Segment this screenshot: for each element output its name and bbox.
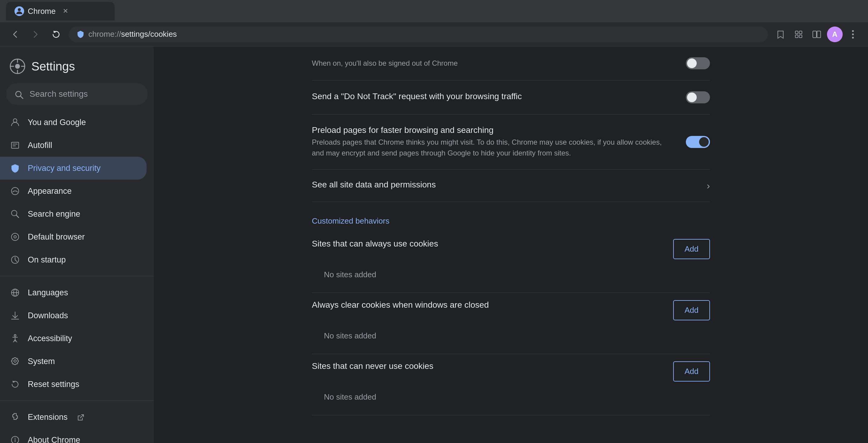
- svg-line-25: [16, 215, 19, 217]
- settings-search-bar[interactable]: [6, 83, 148, 105]
- back-button[interactable]: [7, 27, 23, 42]
- setting-row-content-signed-out: When on, you'll also be signed out of Ch…: [312, 58, 686, 69]
- signed-out-toggle[interactable]: [686, 57, 710, 69]
- search-input[interactable]: [30, 89, 140, 99]
- settings-logo-icon: [10, 59, 25, 74]
- always-use-cookies-add-button[interactable]: Add: [673, 239, 710, 259]
- dnt-label: Send a "Do Not Track" request with your …: [312, 92, 674, 101]
- svg-point-27: [14, 236, 16, 238]
- sidebar-header: Settings: [0, 53, 154, 83]
- reset-icon: [10, 379, 21, 389]
- dnt-toggle[interactable]: [686, 91, 710, 103]
- svg-line-18: [21, 96, 23, 99]
- sidebar-item-accessibility[interactable]: Accessibility: [0, 327, 147, 350]
- about-icon: [10, 435, 21, 443]
- never-use-cookies-add-button[interactable]: Add: [673, 361, 710, 381]
- svg-rect-5: [799, 35, 802, 38]
- security-icon: [76, 30, 85, 39]
- always-use-cookies-section: Sites that can always use cookies Add No…: [312, 232, 710, 293]
- sidebar-item-reset-settings[interactable]: Reset settings: [0, 373, 147, 396]
- never-use-cookies-section: Sites that can never use cookies Add No …: [312, 354, 710, 415]
- always-clear-cookies-list: No sites added: [312, 325, 710, 347]
- preload-toggle[interactable]: [686, 136, 710, 148]
- active-tab[interactable]: Chrome ✕: [6, 2, 115, 21]
- address-path: settings/cookies: [121, 30, 177, 39]
- never-use-cookies-list: No sites added: [312, 386, 710, 408]
- forward-button[interactable]: [28, 27, 43, 42]
- system-icon: [10, 356, 21, 366]
- bookmark-button[interactable]: [773, 27, 788, 42]
- external-link-icon: [77, 413, 85, 421]
- profile-button[interactable]: A: [827, 27, 843, 42]
- address-protocol: chrome://: [88, 30, 121, 39]
- always-clear-cookies-no-sites: No sites added: [312, 325, 710, 347]
- sidebar-item-privacy-and-security[interactable]: Privacy and security: [0, 157, 147, 180]
- sidebar-item-downloads[interactable]: Downloads: [0, 304, 147, 327]
- sidebar-label-privacy-and-security: Privacy and security: [28, 164, 101, 173]
- search-engine-icon: [10, 209, 21, 219]
- autofill-icon: [10, 140, 21, 150]
- settings-section: When on, you'll also be signed out of Ch…: [294, 46, 728, 415]
- always-clear-cookies-label: Always clear cookies when windows are cl…: [312, 300, 489, 310]
- svg-point-39: [15, 438, 16, 439]
- always-use-cookies-list: No sites added: [312, 264, 710, 285]
- sidebar-label-accessibility: Accessibility: [28, 334, 72, 343]
- tab-favicon: [14, 6, 24, 16]
- never-use-cookies-header-row: Sites that can never use cookies Add: [312, 361, 710, 381]
- svg-point-26: [11, 233, 19, 240]
- split-button[interactable]: [809, 27, 825, 42]
- never-use-cookies-no-sites: No sites added: [312, 386, 710, 408]
- sidebar-label-system: System: [28, 357, 55, 366]
- always-clear-cookies-add-button[interactable]: Add: [673, 300, 710, 320]
- sidebar-item-you-and-google[interactable]: You and Google: [0, 111, 147, 134]
- profile-initial: A: [832, 30, 837, 39]
- sidebar-item-system[interactable]: System: [0, 350, 147, 373]
- person-icon: [10, 117, 21, 127]
- setting-row-preload: Preload pages for faster browsing and se…: [312, 114, 710, 170]
- address-bar[interactable]: chrome://settings/cookies: [69, 27, 768, 42]
- svg-point-35: [14, 335, 16, 336]
- reload-button[interactable]: [48, 27, 64, 42]
- sidebar-label-downloads: Downloads: [28, 311, 68, 320]
- sidebar-label-autofill: Autofill: [28, 141, 52, 150]
- always-clear-cookies-header-row: Always clear cookies when windows are cl…: [312, 300, 710, 320]
- content-area: Settings: [0, 46, 868, 443]
- setting-row-site-data[interactable]: See all site data and permissions ›: [312, 170, 710, 202]
- always-clear-cookies-section: Always clear cookies when windows are cl…: [312, 293, 710, 354]
- browser-frame: Chrome ✕: [0, 0, 868, 443]
- tab-close-button[interactable]: ✕: [63, 7, 68, 15]
- setting-row-content-preload: Preload pages for faster browsing and se…: [312, 125, 686, 159]
- appearance-icon: [10, 186, 21, 196]
- startup-icon: [10, 255, 21, 265]
- toolbar-actions: A: [773, 27, 861, 42]
- svg-rect-6: [813, 31, 816, 38]
- svg-rect-2: [795, 31, 798, 34]
- sidebar-item-default-browser[interactable]: Default browser: [0, 226, 147, 248]
- sidebar-item-autofill[interactable]: Autofill: [0, 134, 147, 157]
- sidebar-item-extensions[interactable]: Extensions: [0, 406, 147, 429]
- sidebar-label-reset-settings: Reset settings: [28, 380, 79, 389]
- never-use-cookies-label: Sites that can never use cookies: [312, 361, 433, 371]
- signed-out-slider: [686, 57, 710, 69]
- svg-rect-4: [795, 35, 798, 38]
- search-container: [0, 83, 154, 111]
- sidebar-item-on-startup[interactable]: On startup: [0, 248, 147, 271]
- chevron-right-icon: ›: [707, 180, 710, 191]
- sidebar-item-about-chrome[interactable]: About Chrome: [0, 429, 147, 443]
- accessibility-icon: [10, 334, 21, 343]
- svg-line-30: [15, 260, 17, 262]
- sidebar-item-search-engine[interactable]: Search engine: [0, 203, 147, 226]
- sidebar-label-default-browser: Default browser: [28, 232, 85, 242]
- language-icon: [10, 288, 21, 298]
- tab-bar: Chrome ✕: [0, 0, 868, 22]
- address-text: chrome://settings/cookies: [88, 30, 760, 39]
- more-button[interactable]: [845, 27, 861, 42]
- svg-rect-20: [11, 142, 19, 148]
- extensions-button[interactable]: [791, 27, 806, 42]
- sidebar-label-on-startup: On startup: [28, 255, 66, 265]
- sidebar-item-appearance[interactable]: Appearance: [0, 180, 147, 203]
- toolbar: chrome://settings/cookies: [0, 22, 868, 46]
- sidebar-label-you-and-google: You and Google: [28, 118, 86, 127]
- signed-out-description: When on, you'll also be signed out of Ch…: [312, 58, 674, 69]
- sidebar-item-languages[interactable]: Languages: [0, 281, 147, 304]
